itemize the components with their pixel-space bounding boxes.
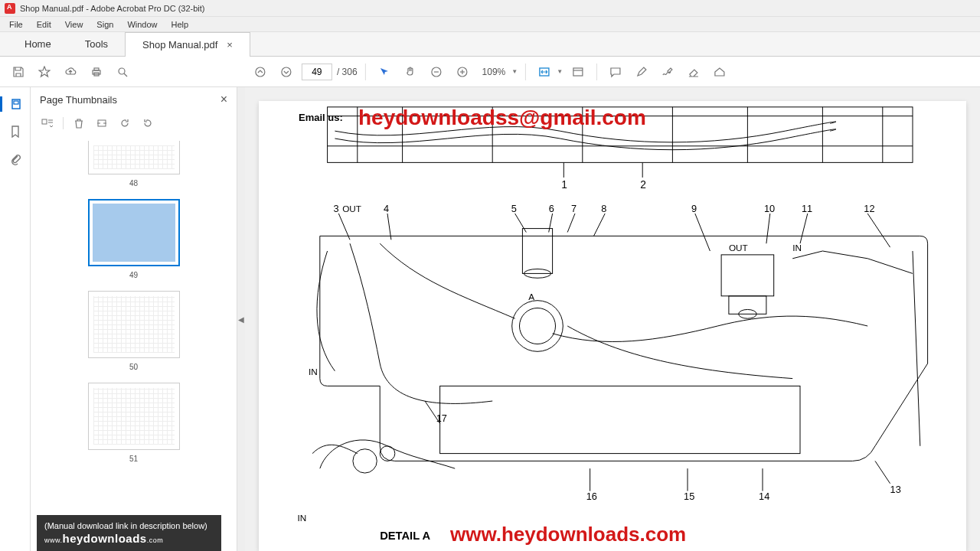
svg-rect-17 xyxy=(42,119,47,124)
fit-dropdown-icon[interactable]: ▼ xyxy=(557,68,563,75)
svg-point-3 xyxy=(119,68,125,74)
svg-line-46 xyxy=(800,214,808,243)
watermark-url: www.heydownloads.com xyxy=(450,523,686,546)
stamp-icon[interactable] xyxy=(709,61,730,83)
watermark-email: heydownloadss@gmail.com xyxy=(358,106,646,130)
attachments-icon[interactable] xyxy=(8,152,23,167)
svg-line-42 xyxy=(567,214,575,233)
svg-line-43 xyxy=(594,214,606,236)
insert-page-icon[interactable] xyxy=(94,116,109,131)
svg-text:9: 9 xyxy=(691,203,697,214)
sign-icon[interactable] xyxy=(657,61,678,83)
video-overlay-banner: (Manual download link in description bel… xyxy=(37,515,221,551)
svg-text:10: 10 xyxy=(764,203,775,214)
svg-text:A: A xyxy=(528,292,534,302)
read-mode-icon[interactable] xyxy=(567,61,589,83)
panel-divider[interactable]: ◀ xyxy=(237,87,245,551)
menu-help[interactable]: Help xyxy=(165,18,195,31)
comment-icon[interactable] xyxy=(605,61,626,83)
menu-window[interactable]: Window xyxy=(121,18,163,31)
svg-rect-1 xyxy=(94,68,99,70)
svg-text:2: 2 xyxy=(640,179,646,191)
menu-bar: File Edit View Sign Window Help xyxy=(0,17,980,32)
tab-document-label: Shop Manual.pdf xyxy=(142,39,217,51)
svg-text:15: 15 xyxy=(684,491,694,502)
highlight-icon[interactable] xyxy=(631,61,652,83)
toolbar: / 306 109% ▼ ▼ xyxy=(0,57,980,87)
thumbnail-page[interactable]: 50 xyxy=(46,291,221,372)
star-icon[interactable] xyxy=(34,61,55,83)
zoom-level[interactable]: 109% xyxy=(478,67,511,77)
svg-text:IN: IN xyxy=(792,243,802,253)
page-total-label: / 306 xyxy=(337,67,358,77)
svg-text:8: 8 xyxy=(601,203,606,214)
tab-bar: Home Tools Shop Manual.pdf × xyxy=(0,32,980,57)
eraser-icon[interactable] xyxy=(683,61,704,83)
nav-rail xyxy=(0,87,31,551)
thumbnails-icon[interactable] xyxy=(0,96,30,112)
svg-text:17: 17 xyxy=(436,412,447,424)
svg-line-47 xyxy=(867,214,890,247)
zoom-out-icon[interactable] xyxy=(426,61,447,83)
menu-file[interactable]: File xyxy=(3,18,29,31)
tab-home[interactable]: Home xyxy=(8,32,68,56)
hand-tool-icon[interactable] xyxy=(400,61,421,83)
thumbnail-page[interactable]: 48 xyxy=(46,141,221,188)
svg-text:7: 7 xyxy=(571,203,577,214)
svg-text:IN: IN xyxy=(309,367,318,377)
document-view[interactable]: Email us: heydownloadss@gmail.com www.he… xyxy=(245,87,980,551)
svg-text:DETAIL A: DETAIL A xyxy=(380,530,430,542)
search-icon[interactable] xyxy=(112,61,133,83)
title-bar: Shop Manual.pdf - Adobe Acrobat Pro DC (… xyxy=(0,0,980,17)
page-up-icon[interactable] xyxy=(250,61,271,83)
close-panel-icon[interactable]: × xyxy=(220,93,227,106)
svg-line-40 xyxy=(515,214,527,233)
svg-line-41 xyxy=(549,214,553,233)
svg-text:5: 5 xyxy=(511,203,517,214)
fit-width-icon[interactable] xyxy=(534,61,555,83)
svg-line-52 xyxy=(875,461,890,483)
thumbnails-panel: Page Thumbnails × 48 49 50 xyxy=(31,87,237,551)
svg-rect-28 xyxy=(440,386,800,453)
select-tool-icon[interactable] xyxy=(374,61,395,83)
close-icon[interactable]: × xyxy=(227,39,233,51)
thumbnail-page[interactable]: 51 xyxy=(46,383,221,464)
zoom-in-icon[interactable] xyxy=(452,61,473,83)
svg-text:3: 3 xyxy=(333,203,338,214)
svg-text:4: 4 xyxy=(384,203,389,214)
email-label: Email us: xyxy=(299,112,343,123)
save-icon[interactable] xyxy=(8,61,29,83)
svg-point-5 xyxy=(256,67,265,77)
rotate-ccw-icon[interactable] xyxy=(117,116,132,131)
cloud-upload-icon[interactable] xyxy=(60,61,81,83)
banner-line1: (Manual download link in description bel… xyxy=(44,521,214,530)
menu-edit[interactable]: Edit xyxy=(31,18,57,31)
svg-line-45 xyxy=(766,214,770,243)
delete-icon[interactable] xyxy=(71,116,87,131)
svg-text:16: 16 xyxy=(586,491,597,502)
menu-view[interactable]: View xyxy=(59,18,90,31)
print-icon[interactable] xyxy=(86,61,107,83)
menu-sign[interactable]: Sign xyxy=(90,18,119,31)
svg-text:OUT: OUT xyxy=(729,243,748,253)
options-icon[interactable] xyxy=(40,116,55,131)
thumbnails-panel-title: Page Thumbnails xyxy=(40,94,117,106)
svg-text:12: 12 xyxy=(864,203,874,214)
svg-text:11: 11 xyxy=(802,203,812,214)
svg-point-37 xyxy=(380,446,395,461)
bookmarks-icon[interactable] xyxy=(8,124,23,139)
svg-line-4 xyxy=(124,73,127,77)
rotate-cw-icon[interactable] xyxy=(140,116,155,131)
svg-rect-29 xyxy=(522,229,552,274)
chevron-left-icon: ◀ xyxy=(238,315,244,324)
thumbnail-page[interactable]: 49 xyxy=(46,199,221,280)
page-number-input[interactable] xyxy=(302,64,332,80)
svg-text:6: 6 xyxy=(549,203,554,214)
tab-document[interactable]: Shop Manual.pdf × xyxy=(125,32,250,57)
zoom-dropdown-icon[interactable]: ▼ xyxy=(511,68,518,75)
svg-text:13: 13 xyxy=(890,484,901,495)
svg-text:OUT: OUT xyxy=(342,204,361,214)
window-title: Shop Manual.pdf - Adobe Acrobat Pro DC (… xyxy=(20,4,205,13)
tab-tools[interactable]: Tools xyxy=(68,32,125,56)
page-down-icon[interactable] xyxy=(276,61,297,83)
